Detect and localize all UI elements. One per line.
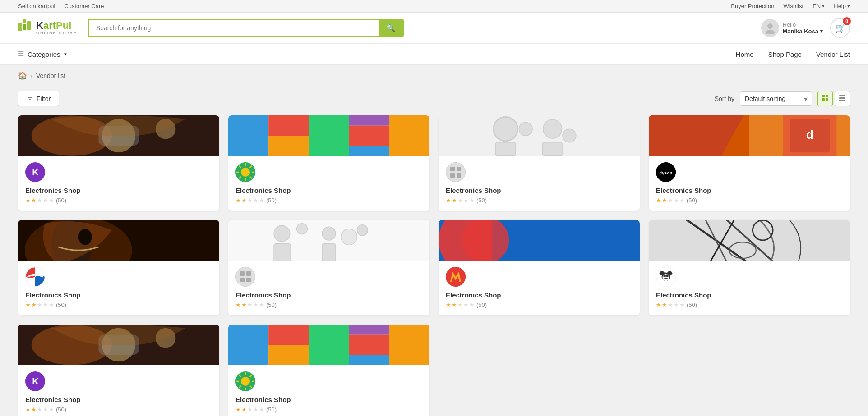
- svg-point-32: [241, 168, 250, 177]
- svg-rect-46: [542, 142, 563, 156]
- vendor-banner: [18, 115, 219, 156]
- search-input[interactable]: [88, 19, 379, 37]
- svg-rect-2: [18, 27, 22, 31]
- review-count: (50): [266, 197, 277, 204]
- list-view-button[interactable]: [835, 91, 850, 106]
- svg-rect-73: [240, 271, 245, 276]
- user-text: Hello Manika Kosa ▾: [783, 21, 823, 35]
- vendor-card[interactable]: Electronics Shop ★★★★★ (50): [439, 220, 640, 315]
- star-filled: ★: [662, 302, 667, 308]
- vendor-logo: K: [25, 162, 212, 182]
- svg-point-97: [666, 274, 669, 277]
- vendor-info: Electronics Shop ★★★★★ (50): [18, 261, 219, 315]
- star-filled: ★: [31, 197, 37, 204]
- top-bar-left: Sell on kartpul Customer Care: [18, 3, 104, 9]
- star-rating: ★★★★★: [25, 406, 54, 413]
- breadcrumb-separator: /: [31, 72, 32, 79]
- svg-point-66: [274, 225, 290, 242]
- breadcrumb: 🏠 / Vendor list: [0, 65, 868, 86]
- star-rating: ★★★★★: [25, 197, 54, 204]
- vendor-logo: [446, 162, 633, 182]
- breadcrumb-home-icon[interactable]: 🏠: [18, 71, 27, 80]
- star-rating: ★★★★★: [235, 302, 264, 308]
- buyer-protection-link[interactable]: Buyer Protection: [731, 3, 774, 9]
- star-rating: ★★★★★: [235, 406, 264, 413]
- vendor-rating: ★★★★★ (50): [25, 302, 212, 308]
- vendor-banner: [439, 115, 640, 156]
- star-empty: ★: [679, 197, 685, 204]
- vendor-banner: [228, 115, 429, 156]
- star-empty: ★: [253, 197, 259, 204]
- star-rating: ★★★★★: [656, 197, 685, 204]
- star-empty: ★: [37, 197, 42, 204]
- cart-button[interactable]: 🛒 0: [830, 18, 850, 38]
- language-selector[interactable]: EN ▾: [813, 3, 825, 9]
- vendor-name: Electronics Shop: [656, 291, 843, 299]
- svg-rect-107: [268, 345, 309, 365]
- vendor-card[interactable]: Electronics Shop ★★★★★ (50): [649, 220, 850, 315]
- svg-rect-41: [439, 115, 640, 156]
- svg-rect-3: [23, 24, 26, 30]
- svg-point-83: [446, 267, 466, 287]
- svg-point-96: [663, 274, 666, 277]
- vendor-logo: [25, 267, 212, 287]
- vendor-grid: K Electronics Shop ★★★★★ (50): [18, 115, 850, 416]
- vendor-card[interactable]: K Electronics Shop ★★★★★ (50): [18, 115, 219, 211]
- star-empty: ★: [463, 302, 469, 308]
- vendor-name: Electronics Shop: [25, 396, 212, 403]
- vendor-name: Electronics Shop: [446, 187, 633, 194]
- breadcrumb-current: Vendor list: [36, 72, 65, 79]
- svg-rect-29: [349, 146, 389, 156]
- vendor-card[interactable]: Electronics Shop ★★★★★ (50): [228, 220, 429, 315]
- nav-home[interactable]: Home: [736, 44, 754, 64]
- nav-shop-page[interactable]: Shop Page: [768, 44, 802, 64]
- user-info[interactable]: Hello Manika Kosa ▾: [761, 19, 823, 37]
- review-count: (50): [56, 406, 66, 413]
- svg-rect-10: [822, 95, 825, 97]
- help-menu[interactable]: Help ▾: [834, 3, 850, 9]
- svg-text:d: d: [806, 128, 813, 142]
- star-filled: ★: [31, 406, 37, 413]
- svg-point-94: [660, 271, 665, 276]
- header: KartPul ONLINE STORE 🔍 Hello Manika Kosa…: [0, 13, 868, 44]
- vendor-name: Electronics Shop: [25, 291, 212, 299]
- view-buttons: [817, 91, 850, 106]
- wishlist-link[interactable]: Wishlist: [783, 3, 803, 9]
- svg-rect-15: [839, 97, 845, 99]
- vendor-logo: [235, 267, 422, 287]
- star-rating: ★★★★★: [25, 302, 54, 308]
- customer-care-link[interactable]: Customer Care: [64, 3, 104, 9]
- star-empty: ★: [49, 197, 54, 204]
- logo[interactable]: KartPul ONLINE STORE: [18, 19, 77, 37]
- svg-rect-23: [228, 115, 268, 156]
- svg-point-43: [519, 122, 532, 136]
- vendor-card[interactable]: Electronics Shop ★★★★★ (50): [228, 115, 429, 211]
- hamburger-icon: ☰: [18, 50, 24, 58]
- vendor-rating: ★★★★★ (50): [25, 406, 212, 413]
- svg-point-47: [563, 129, 576, 142]
- sell-link[interactable]: Sell on kartpul: [18, 3, 55, 9]
- vendor-logo: [235, 371, 422, 391]
- vendor-card[interactable]: Electronics Shop ★★★★★ (50): [228, 325, 429, 416]
- vendor-card[interactable]: Electronics Shop ★★★★★ (50): [439, 115, 640, 211]
- star-filled: ★: [241, 406, 247, 413]
- svg-rect-44: [495, 142, 516, 156]
- star-empty: ★: [674, 302, 679, 308]
- vendor-card[interactable]: d dyson Electronics Shop ★★★★★ (50): [649, 115, 850, 211]
- vendor-banner: [228, 325, 429, 365]
- star-empty: ★: [457, 302, 463, 308]
- filter-button[interactable]: Filter: [18, 91, 59, 106]
- user-hello: Hello: [783, 21, 823, 28]
- svg-rect-109: [349, 325, 389, 335]
- search-button[interactable]: 🔍: [379, 19, 404, 37]
- categories-button[interactable]: ☰ Categories ▾: [18, 44, 67, 64]
- vendor-rating: ★★★★★ (50): [656, 197, 843, 204]
- vendor-name: Electronics Shop: [235, 291, 422, 299]
- vendor-card[interactable]: K Electronics Shop ★★★★★ (50): [18, 325, 219, 416]
- svg-rect-70: [322, 243, 336, 261]
- sort-select[interactable]: Default sortingPrice: Low to HighPrice: …: [740, 91, 812, 106]
- grid-view-button[interactable]: [817, 91, 833, 106]
- nav-vendor-list[interactable]: Vendor List: [816, 44, 850, 64]
- vendor-card[interactable]: Electronics Shop ★★★★★ (50): [18, 220, 219, 315]
- review-count: (50): [56, 197, 66, 204]
